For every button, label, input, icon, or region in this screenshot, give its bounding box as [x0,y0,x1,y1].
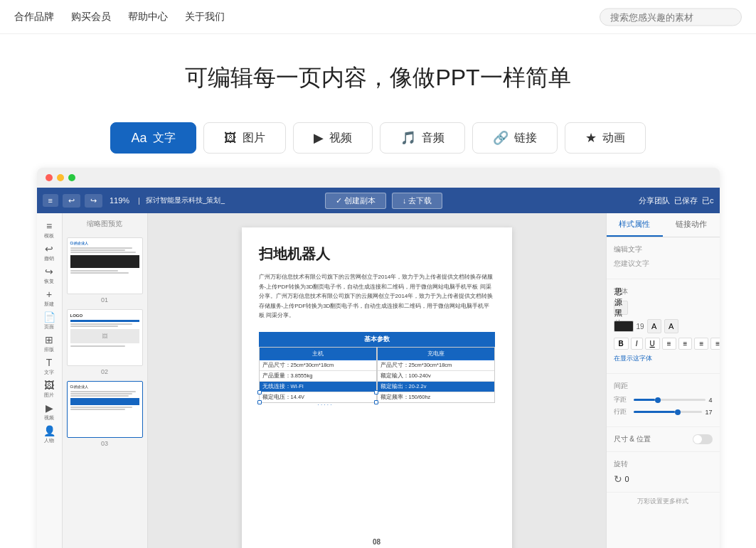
letter-spacing-thumb[interactable] [655,397,661,403]
new-icon: + [46,289,52,300]
right-font-section: 字体 思源黑体 19 A A B I U [607,279,720,374]
toolbar-right: 分享团队 已保存 已c [639,195,714,206]
window-titlebar [37,168,720,188]
tab-image[interactable]: 🖼 图片 [203,122,286,154]
tab-audio[interactable]: 🎵 音频 [380,122,465,154]
animation-tab-icon: ★ [585,130,597,146]
right-tab-link[interactable]: 链接动作 [663,213,720,237]
thumb-page-1[interactable]: Ci的企业人 [67,237,143,294]
undo-icon: ↩ [45,243,53,254]
search-input[interactable] [600,8,742,26]
size-pos-toggle[interactable] [693,434,713,444]
bold-button[interactable]: B [614,338,629,350]
cell-2-1: 无线连接：WI-FI [260,382,376,392]
toolbar-user[interactable]: 已c [702,195,714,206]
cell-1-2: 额定输入：100-240v [378,371,494,381]
thumb-content-1: Ci的企业人 [70,241,139,274]
left-icon-panel: ≡ 模板 ↩ 撤销 ↪ 恢复 + 新建 📄 页面 ⊞ 排版 [37,213,63,548]
font-section-title: 字体 [614,286,713,296]
nav-item-brand[interactable]: 合作品牌 [14,11,54,23]
thumb-page-3[interactable]: Ci的企业人 [67,381,143,438]
italic-button[interactable]: I [631,338,643,350]
left-icon-image[interactable]: 🖼 图片 [38,378,60,399]
align-center-button[interactable]: ≡ [678,338,693,350]
align-left-button[interactable]: ≡ [662,338,676,350]
line-height-slider[interactable] [634,411,703,413]
justify-button[interactable]: ≡ [710,338,719,350]
selection-handle-br[interactable] [374,400,378,404]
thumbnail-3[interactable]: Ci的企业人 03 [67,381,143,447]
nav-item-about[interactable]: 关于我们 [185,11,225,23]
thumbnail-2[interactable]: LOGO 🖼 02 [67,309,143,375]
font-size-controls: 19 A A [637,319,678,333]
nav-item-member[interactable]: 购买会员 [71,11,111,23]
hero-title: 可编辑每一页内容，像做PPT一样简单 [14,63,742,94]
editor-toolbar: ≡ ↩ ↪ 119% | 探讨智能显示科技_策划_ ✓ 创建副本 ↓ 去下载 分… [37,188,720,213]
font-color-swatch[interactable] [614,321,634,332]
line-height-row: 行距 17 [614,407,713,417]
font-size-down[interactable]: A [664,319,678,333]
selection-handle-tl[interactable] [257,390,262,394]
right-tab-style[interactable]: 样式属性 [607,213,664,237]
align-right-button[interactable]: ≡ [694,338,708,350]
left-icon-text[interactable]: T 文字 [38,355,60,377]
win-minimize-dot[interactable] [57,174,64,181]
font-size-value: 19 [637,323,644,331]
spacing-title: 间距 [614,381,713,391]
right-panel-tabs: 样式属性 链接动作 [607,213,720,237]
filename-label: 探讨智能显示科技_策划_ [146,195,225,205]
font-link[interactable]: 在显示这字体 [614,354,713,363]
underline-button[interactable]: U [645,338,660,350]
audio-tab-icon: 🎵 [400,130,416,146]
template-icon: ≡ [46,220,52,232]
left-icon-template[interactable]: ≡ 模板 [38,219,60,240]
size-pos-label: 尺寸 & 位置 [614,434,651,444]
font-size-up[interactable]: A [647,319,661,333]
editor-window: ≡ ↩ ↪ 119% | 探讨智能显示科技_策划_ ✓ 创建副本 ↓ 去下载 分… [37,168,720,548]
left-icon-video[interactable]: ▶ 视频 [38,401,60,422]
font-name-selector[interactable]: 思源黑体 [614,301,628,315]
tab-audio-label: 音频 [422,131,444,146]
line-height-thumb[interactable] [675,409,681,415]
win-maximize-dot[interactable] [68,174,75,181]
download-button[interactable]: ↓ 去下载 [392,193,443,209]
selection-handle-tr[interactable] [374,390,378,394]
thumb-page-2[interactable]: LOGO 🖼 [67,309,143,366]
page-number: 08 [373,538,380,546]
menu-button[interactable]: ≡ [43,194,58,207]
table-row-0-r: 产品尺寸：25cm*30cm*18cm [378,360,494,371]
letter-spacing-slider[interactable] [634,399,706,401]
toolbar-share[interactable]: 分享团队 [639,195,670,206]
spec-table: 基本参数 主机 产品尺寸：25cm*30cm*18cm 产品重量：3.8555k… [259,332,495,403]
thumb-img-2: 🖼 [70,329,139,343]
right-rotate-section: 旋转 ↻ 0 [607,452,720,493]
tab-video[interactable]: ▶ 视频 [293,122,373,154]
tab-text[interactable]: Aa 文字 [110,122,196,154]
win-close-dot[interactable] [46,174,53,181]
left-icon-undo[interactable]: ↩ 撤销 [38,242,60,263]
left-icon-page[interactable]: 📄 页面 [38,310,60,331]
page-body-text[interactable]: 广州万彩信息技术有限公司旗下的云营网创立于2014年，致力于为上传者提供文档转换… [259,272,495,321]
main-canvas[interactable]: 扫地机器人 广州万彩信息技术有限公司旗下的云营网创立于2014年，致力于为上传者… [148,213,606,548]
tab-link[interactable]: 🔗 链接 [472,122,558,154]
table-columns: 主机 产品尺寸：25cm*30cm*18cm 产品重量：3.8555kg 无线连… [259,347,495,403]
nav-item-help[interactable]: 帮助中心 [128,11,168,23]
left-icon-redo[interactable]: ↪ 恢复 [38,264,60,286]
undo-button[interactable]: ↩ [63,194,80,208]
left-icon-new[interactable]: + 新建 [38,287,60,308]
create-copy-button[interactable]: ✓ 创建副本 [325,193,386,209]
tab-animation[interactable]: ★ 动画 [565,122,646,154]
page-main-title[interactable]: 扫地机器人 [259,245,495,264]
size-pos-toggle-row: 尺寸 & 位置 [614,434,713,444]
style-buttons-row: B I U ≡ ≡ ≡ ≡ [614,338,713,350]
left-icon-layout[interactable]: ⊞ 排版 [38,333,60,354]
left-icon-person[interactable]: 👤 人物 [38,424,60,445]
thumb-content-3: Ci的企业人 [70,385,139,410]
thumbnail-panel: 缩略图预览 Ci的企业人 01 [63,213,148,548]
redo-icon: ↪ [45,266,53,277]
thumbnail-1[interactable]: Ci的企业人 01 [67,237,143,303]
redo-button[interactable]: ↪ [85,194,102,208]
thumb-num-1: 01 [67,296,143,303]
selection-handle-bl[interactable] [257,400,262,404]
toolbar-separator: | [138,196,140,205]
